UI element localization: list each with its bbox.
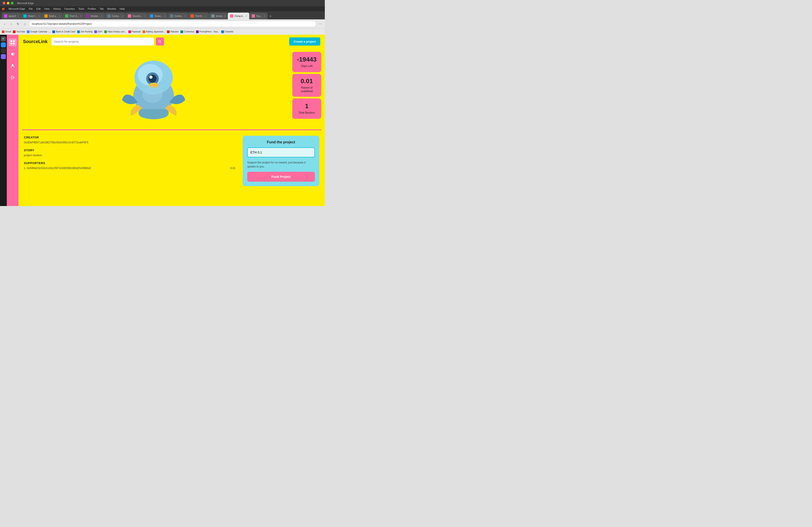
bookmark-defi[interactable]: DeFi [94, 30, 102, 33]
traffic-lights [3, 2, 14, 4]
bookmark-youtube[interactable]: YouTube [13, 30, 25, 33]
tab-drones[interactable]: drones× [209, 13, 228, 19]
browser-chrome: Microsoft Edge 🍎 Microsoft Edge File Edi… [0, 0, 325, 35]
forward-button[interactable]: › [9, 21, 14, 27]
fund-card: Fund the project Support the project for… [243, 136, 319, 186]
tab-contra1[interactable]: Contra...× [105, 13, 126, 19]
sidebar-icon-user[interactable] [9, 62, 17, 70]
new-tab-button[interactable]: + [268, 14, 273, 19]
minimize-button[interactable] [7, 2, 10, 4]
dock-vscode[interactable] [1, 48, 6, 53]
days-left-card: -19443 Days Left [292, 52, 321, 72]
menu-help[interactable]: Help [119, 7, 125, 10]
search-input[interactable] [51, 37, 154, 46]
supporters-label: SUPPORTERS [24, 161, 235, 165]
tab-drone1[interactable]: Drone...× [148, 13, 168, 19]
menu-edit[interactable]: Edit [36, 7, 41, 10]
svg-rect-3 [13, 43, 15, 44]
supporter-entry: 1. 0x59f4d23c53AA1Ab135F3240E95819EbE543… [24, 167, 91, 170]
tab-contra2[interactable]: Contra...× [168, 13, 188, 19]
menu-view[interactable]: View [44, 7, 49, 10]
tab-push[interactable]: Push S...× [63, 13, 84, 19]
svg-line-6 [160, 42, 161, 43]
project-stats: -19443 Days Left 0.01 Raised of undefine… [289, 48, 325, 130]
address-bar[interactable]: localhost:5173/project-details/Random%20… [29, 21, 316, 27]
creator-address: 0x3DbF98571a6188275Bc05d43661414D73cabF6… [24, 141, 235, 144]
sidebar-icon-grid[interactable] [9, 38, 17, 46]
project-image-area [18, 48, 289, 130]
sidebar-icon-logout[interactable] [9, 74, 17, 81]
title-bar: Microsoft Edge [0, 0, 325, 6]
menu-file[interactable]: File [29, 7, 33, 10]
bookmark-chainlist[interactable]: Chainlist [221, 30, 233, 33]
menu-tools[interactable]: Tools [78, 7, 84, 10]
menu-apple[interactable]: 🍎 [2, 7, 5, 10]
project-hero: -19443 Days Left 0.01 Raised of undefine… [18, 48, 325, 130]
tab-sourcelink1[interactable]: SourceL...× [126, 13, 147, 19]
extensions-button[interactable]: ⋯ [318, 21, 323, 27]
maximize-button[interactable] [11, 2, 14, 4]
mac-dock: 🔍 [0, 35, 7, 206]
refresh-button[interactable]: ↻ [15, 21, 21, 27]
menu-favorites[interactable]: Favorites [64, 7, 75, 10]
bookmark-japanese[interactable]: Adding Japanese... [143, 30, 165, 33]
url-text: localhost:5173/project-details/Random%20… [32, 22, 313, 26]
tab-sou[interactable]: Sou...× [249, 13, 267, 19]
fund-amount-input[interactable] [247, 147, 315, 157]
bookmark-jobs[interactable]: Job Hunting [77, 30, 92, 33]
address-bar-row: ‹ › ↻ ⌂ localhost:5173/project-details/R… [0, 19, 325, 28]
backers-value: 1 [305, 103, 308, 110]
search-container [51, 37, 164, 46]
bookmark-prompthero[interactable]: PromptHero - Sea... [196, 30, 219, 33]
main-content: SourceLink Create a project [18, 35, 325, 206]
dock-discord[interactable] [1, 54, 6, 59]
sidebar-icon-megaphone[interactable] [9, 50, 17, 58]
tab-daisyui[interactable]: daisyUI× [2, 13, 21, 19]
dock-finder[interactable]: 🔍 [1, 36, 6, 42]
bookmark-gcal[interactable]: Google Calendar -... [27, 30, 50, 33]
back-button[interactable]: ‹ [2, 21, 7, 27]
close-button[interactable] [3, 2, 5, 4]
bookmark-rotary[interactable]: https://rotary-yon... [104, 30, 126, 33]
tab-react[interactable]: React I...× [21, 13, 42, 19]
svg-point-12 [149, 76, 153, 79]
tab-build[interactable]: Build a...× [42, 13, 63, 19]
dock-safari[interactable] [1, 42, 6, 47]
menu-bar: 🍎 Microsoft Edge File Edit View History … [0, 6, 325, 11]
menu-history[interactable]: History [53, 7, 61, 10]
svg-rect-2 [11, 43, 12, 44]
create-project-button[interactable]: Create a project [289, 37, 320, 46]
bookmark-contentus[interactable]: Contentus [180, 30, 194, 33]
menu-window[interactable]: Window [107, 7, 116, 10]
tab-find[interactable]: Find th...× [188, 13, 209, 19]
menu-tab[interactable]: Tab [100, 7, 104, 10]
svg-point-14 [142, 86, 163, 103]
menu-edge[interactable]: Microsoft Edge [9, 7, 25, 10]
app-sidebar [7, 35, 18, 206]
app-container: 🔍 [0, 35, 325, 206]
story-label: STORY [24, 149, 235, 152]
supporter-row: 1. 0x59f4d23c53AA1Ab135F3240E95819EbE543… [24, 167, 235, 170]
svg-rect-0 [11, 40, 12, 42]
bookmark-bank[interactable]: Bank & Credit Card [52, 30, 75, 33]
tab-fixing[interactable]: Fixing d...× [228, 13, 249, 19]
supporter-amount: 0.01 [230, 167, 235, 170]
search-button[interactable] [156, 37, 164, 46]
raised-card: 0.01 Raised of undefined [292, 74, 321, 97]
project-image [100, 53, 208, 125]
app-header: SourceLink Create a project [18, 35, 325, 48]
bookmarks-bar: Gmail YouTube Google Calendar -... Bank … [0, 28, 325, 35]
menu-profiles[interactable]: Profiles [88, 7, 96, 10]
app-logo: SourceLink [23, 39, 47, 44]
fund-project-button[interactable]: Fund Project [247, 172, 315, 182]
bookmark-paperpal[interactable]: Paperpal [128, 30, 141, 33]
bookmark-rakuten[interactable]: Rakuten [167, 30, 179, 33]
project-details: CREATOR 0x3DbF98571a6188275Bc05d43661414… [18, 130, 325, 192]
tab-thirdweb1[interactable]: thirdwe...× [84, 13, 105, 19]
home-button[interactable]: ⌂ [22, 21, 28, 27]
creator-label: CREATOR [24, 136, 235, 139]
svg-rect-1 [13, 40, 15, 42]
raised-label: Raised of undefined [295, 86, 318, 93]
bookmark-gmail[interactable]: Gmail [2, 30, 11, 33]
raised-value: 0.01 [301, 77, 313, 85]
